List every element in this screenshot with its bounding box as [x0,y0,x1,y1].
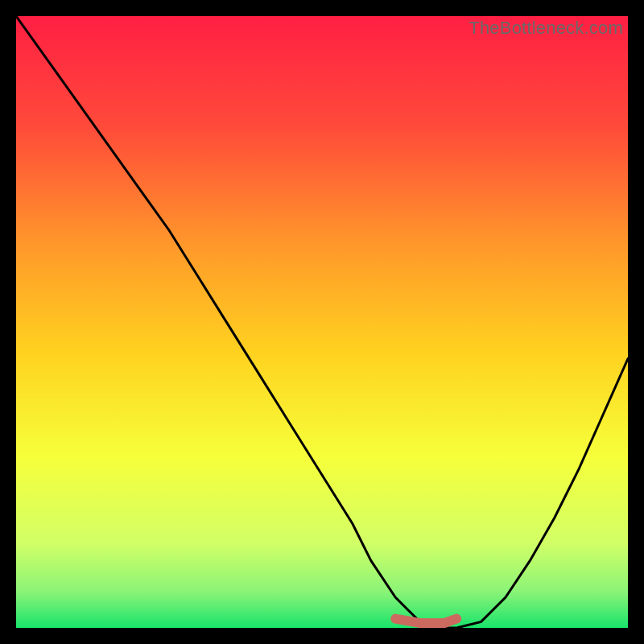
bottleneck-plot [16,16,628,628]
chart-frame: TheBottleneck.com [16,16,628,628]
optimal-band-marker [395,619,456,623]
watermark-text: TheBottleneck.com [469,18,623,39]
gradient-background [16,16,628,628]
